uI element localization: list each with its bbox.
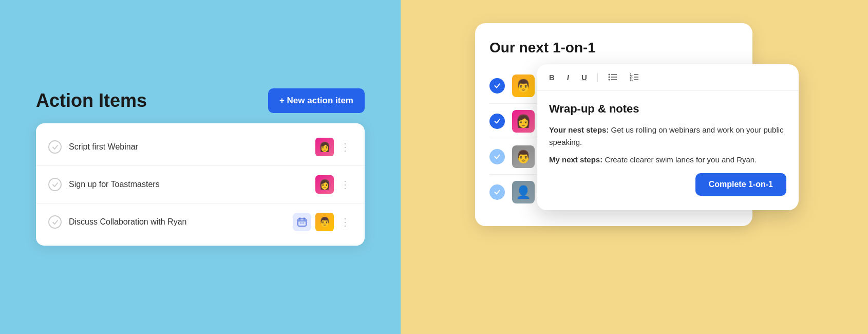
ordered-list-button[interactable]: 1. 2. 3. (628, 71, 641, 83)
underline-button[interactable]: U (579, 72, 589, 83)
wrapup-paragraph-2: My next steps: Create clearer swim lanes… (549, 154, 786, 166)
check-completed-icon[interactable] (489, 114, 505, 129)
your-next-steps-label: Your nest steps: (549, 125, 609, 134)
table-row: Discuss Collaboration with Ryan (36, 203, 365, 240)
wrapup-paragraph-1: Your nest steps: Get us rolling on webin… (549, 124, 786, 149)
avatar: 👨 (512, 75, 535, 97)
action-items-container: Action Items + New action item Script fi… (36, 88, 365, 246)
action-items-title: Action Items (36, 90, 147, 112)
avatar: 👨 (512, 145, 535, 168)
toolbar-divider (597, 73, 598, 82)
right-panel: Our next 1-on-1 👨 Do you think the team … (401, 0, 868, 334)
my-next-steps-label: My next steps: (549, 155, 602, 164)
svg-point-7 (608, 74, 610, 76)
bold-button[interactable]: B (547, 72, 557, 83)
svg-point-5 (301, 222, 303, 224)
more-options-icon[interactable]: ⋮ (338, 177, 352, 192)
action-item-text: Discuss Collaboration with Ryan (69, 217, 286, 227)
avatar: 👤 (512, 181, 535, 203)
check-pending-icon[interactable] (489, 184, 505, 200)
text-toolbar: B I U 1. (537, 64, 799, 91)
svg-point-6 (304, 222, 305, 224)
action-item-text: Script first Webinar (69, 142, 308, 152)
calendar-icon (293, 213, 311, 231)
italic-button[interactable]: I (565, 72, 571, 83)
avatar: 👩 (315, 175, 334, 194)
action-item-icons: 👨 ⋮ (293, 213, 352, 231)
left-panel: Action Items + New action item Script fi… (0, 0, 401, 334)
more-options-icon[interactable]: ⋮ (338, 140, 352, 154)
cards-stack: Our next 1-on-1 👨 Do you think the team … (475, 23, 794, 311)
svg-point-4 (300, 222, 301, 224)
my-next-steps-text: Create clearer swim lanes for you and Ry… (605, 155, 757, 164)
svg-text:3.: 3. (630, 78, 633, 81)
action-item-text: Sign up for Toastmasters (69, 180, 308, 189)
svg-point-11 (608, 79, 610, 81)
avatar: 👩 (512, 110, 535, 133)
one-on-one-title: Our next 1-on-1 (489, 40, 738, 56)
svg-point-9 (608, 77, 610, 78)
check-circle-icon[interactable] (48, 215, 62, 229)
wrapup-title: Wrap-up & notes (549, 102, 786, 116)
action-item-icons: 👩 ⋮ (315, 175, 352, 194)
action-items-header: Action Items + New action item (36, 88, 365, 113)
avatar: 👩 (315, 138, 334, 156)
new-action-item-button[interactable]: + New action item (268, 88, 365, 113)
avatar: 👨 (315, 213, 334, 231)
action-items-list: Script first Webinar 👩 ⋮ Sign up for Toa… (36, 123, 365, 246)
wrapup-card: B I U 1. (537, 64, 799, 210)
action-item-icons: 👩 ⋮ (315, 138, 352, 156)
complete-one-on-one-button[interactable]: Complete 1-on-1 (695, 173, 786, 196)
more-options-icon[interactable]: ⋮ (338, 215, 352, 229)
check-circle-icon[interactable] (48, 178, 62, 191)
check-circle-icon[interactable] (48, 140, 62, 154)
check-pending-icon[interactable] (489, 149, 505, 164)
table-row: Sign up for Toastmasters 👩 ⋮ (36, 166, 365, 203)
wrapup-content: Wrap-up & notes Your nest steps: Get us … (537, 91, 799, 210)
unordered-list-button[interactable] (606, 71, 619, 83)
check-completed-icon[interactable] (489, 78, 505, 94)
table-row: Script first Webinar 👩 ⋮ (36, 128, 365, 166)
